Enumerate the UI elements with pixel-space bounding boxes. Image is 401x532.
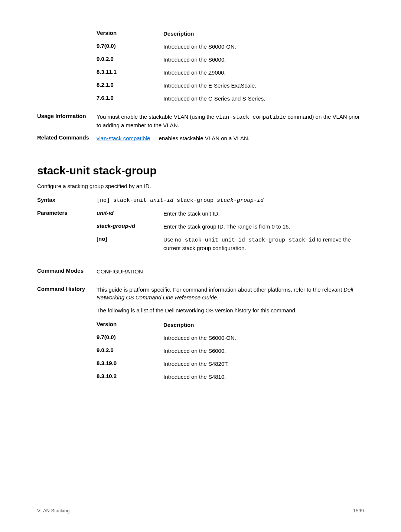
command-modes-row: Command Modes CONFIGURATION [37, 267, 364, 275]
param-desc: Enter the stack unit ID. [163, 210, 364, 217]
usage-label: Usage Information [37, 113, 97, 129]
table-row: 8.2.1.0 Introduced on the E-Series ExaSc… [97, 82, 364, 89]
command-history-label: Command History [37, 286, 97, 301]
col-version-header: Version [97, 30, 163, 37]
version-cell: 8.3.10.2 [97, 373, 163, 381]
param-name: unit-id [97, 210, 163, 217]
related-link[interactable]: vlan-stack compatible [97, 135, 150, 141]
col-description-header: Description [163, 321, 364, 329]
command-history-para: This guide is platform-specific. For com… [97, 286, 364, 301]
param-row: unit-id Enter the stack unit ID. [97, 210, 364, 217]
related-label: Related Commands [37, 134, 97, 142]
param-name: [no] [97, 236, 163, 252]
param-row: [no] Use no stack-unit unit-id stack-gro… [97, 236, 364, 252]
param-desc: Enter the stack group ID. The range is f… [163, 223, 364, 230]
version-cell: 9.7(0.0) [97, 334, 163, 342]
description-cell: Introduced on the S6000-ON. [163, 43, 364, 50]
description-cell: Introduced on the S4810. [163, 373, 364, 381]
param-row: stack-group-id Enter the stack group ID.… [97, 223, 364, 230]
version-table-header: Version Description [97, 321, 364, 329]
version-cell: 8.3.11.1 [97, 69, 163, 76]
version-cell: 8.2.1.0 [97, 82, 163, 89]
parameters-label: Parameters [37, 210, 97, 257]
syntax-value: [no] stack-unit unit-id stack-group stac… [97, 197, 364, 204]
description-cell: Introduced on the S6000. [163, 347, 364, 355]
table-row: 9.0.2.0 Introduced on the S6000. [97, 56, 364, 63]
section-heading: stack-unit stack-group [37, 164, 364, 177]
section-intro: Configure a stacking group specified by … [37, 183, 364, 189]
description-cell: Introduced on the S4820T. [163, 360, 364, 368]
version-table-header: Version Description [97, 30, 364, 37]
table-row: 8.3.19.0 Introduced on the S4820T. [97, 360, 364, 368]
table-row: 8.3.10.2 Introduced on the S4810. [97, 373, 364, 381]
usage-text: You must enable the stackable VLAN (usin… [97, 113, 364, 129]
version-cell: 8.3.19.0 [97, 360, 163, 368]
table-row: 9.7(0.0) Introduced on the S6000-ON. [97, 43, 364, 50]
footer-left: VLAN Stacking [37, 508, 69, 513]
command-history-row: Command History This guide is platform-s… [37, 286, 364, 301]
description-cell: Introduced on the Z9000. [163, 69, 364, 76]
description-cell: Introduced on the S6000-ON. [163, 334, 364, 342]
syntax-row: Syntax [no] stack-unit unit-id stack-gro… [37, 197, 364, 204]
command-history-para2: The following is a list of the Dell Netw… [97, 306, 364, 314]
col-version-header: Version [97, 321, 163, 329]
table-row: 8.3.11.1 Introduced on the Z9000. [97, 69, 364, 76]
table-row: 7.6.1.0 Introduced on the C-Series and S… [97, 95, 364, 102]
table-row: 9.7(0.0) Introduced on the S6000-ON. [97, 334, 364, 342]
param-desc: Use no stack-unit unit-id stack-group st… [163, 236, 364, 252]
version-cell: 9.0.2.0 [97, 56, 163, 63]
version-cell: 7.6.1.0 [97, 95, 163, 102]
syntax-label: Syntax [37, 197, 97, 204]
related-after: — enables stackable VLAN on a VLAN. [150, 135, 250, 141]
param-name: stack-group-id [97, 223, 163, 230]
description-cell: Introduced on the E-Series ExaScale. [163, 82, 364, 89]
footer-right: 1599 [353, 508, 364, 513]
usage-code: vlan-stack compatible [216, 114, 286, 121]
parameters-row: Parameters unit-id Enter the stack unit … [37, 210, 364, 257]
description-cell: Introduced on the C-Series and S-Series. [163, 95, 364, 102]
usage-information: Usage Information You must enable the st… [37, 113, 364, 129]
description-cell: Introduced on the S6000. [163, 56, 364, 63]
table-row: 9.0.2.0 Introduced on the S6000. [97, 347, 364, 355]
command-modes-value: CONFIGURATION [97, 267, 364, 275]
footer: VLAN Stacking 1599 [37, 508, 364, 513]
related-commands: Related Commands vlan-stack compatible —… [37, 134, 364, 142]
col-description-header: Description [163, 30, 364, 37]
command-modes-label: Command Modes [37, 267, 97, 275]
version-cell: 9.0.2.0 [97, 347, 163, 355]
version-cell: 9.7(0.0) [97, 43, 163, 50]
